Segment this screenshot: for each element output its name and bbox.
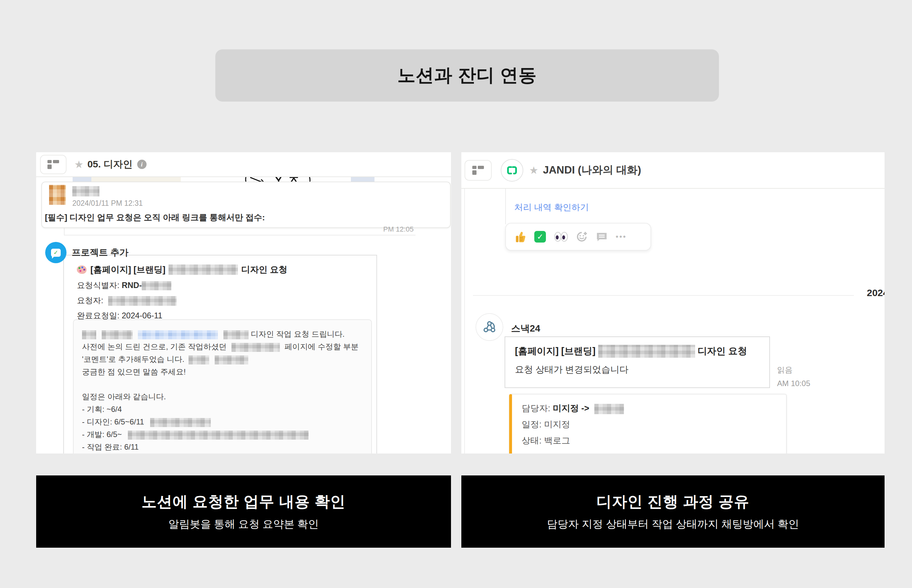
jandi-chat-header: ★ JANDI (나와의 대화) [461,152,884,189]
redacted-project-name [168,265,238,275]
check-reaction[interactable]: ✓ [534,231,546,242]
body-line: - 기획: ~6/4 [82,403,363,415]
sidebar-toggle-button[interactable] [465,160,492,181]
body-line: 일정은 아래와 같습니다. [82,390,363,403]
read-receipt: 읽음 [777,365,792,375]
chat-title: JANDI (나와의 대화) [543,163,641,178]
request-title-row: [홈페이지] [브랜딩] 디자인 요청 [77,264,376,275]
redacted-project-name [598,345,695,358]
jandi-screenshot-panel: ★ JANDI (나와의 대화) 처리 내역 확인하기 ✓ [461,152,884,454]
redacted-username [72,186,99,196]
notion-screenshot-panel: ★ 05. 디자인 i PM 12:05 2024/01/11 PM 12:31… [36,152,451,454]
palette-icon [77,265,87,275]
status-title-row: [홈페이지] [브랜딩] 디자인 요청 [515,345,760,358]
comment-icon[interactable] [596,232,607,242]
sidebar-toggle-button[interactable] [40,155,66,174]
caption-left-title: 노션에 요청한 업무 내용 확인 [141,491,345,512]
layout-icon [47,160,59,169]
assignee-line: 담당자: 미지정 -> [522,400,776,417]
message-text: [필수] 디자인 업무 요청은 오직 아래 링크를 통해서만 접수: [45,212,265,223]
request-id-field: 요청식별자: RND- [77,280,376,291]
avatar [49,185,66,205]
requester-field: 요청자: [77,295,376,306]
status-title-prefix: [홈페이지] [브랜딩] [515,345,596,358]
notion-message-card: 2024/01/11 PM 12:31 [필수] 디자인 업무 요청은 오직 아… [41,182,451,228]
status-subtitle: 요청 상태가 변경되었습니다 [515,363,760,376]
design-request-card: [홈페이지] [브랜딩] 디자인 요청 요청식별자: RND- 요청자: 완료요… [63,255,377,454]
notification-bot-icon: ✓ [45,242,66,263]
add-reaction-icon[interactable] [576,231,588,242]
body-line: - 디자인: 6/5~6/11 [82,415,363,428]
jandi-logo [501,159,523,182]
sender-name: 스낵24 [511,322,540,335]
request-body-box: 디자인 작업 요청 드립니다. 사전에 논의 드린 건으로, 기존 작업하셨던 … [73,319,372,454]
status-line: 상태: 백로그 [522,433,776,449]
body-line: 사전에 논의 드린 건으로, 기존 작업하셨던 페이지에 수정할 부분 '코멘트… [82,340,363,365]
body-line: - 개발: 6/5~ [82,428,363,441]
favorite-star-icon[interactable]: ★ [74,159,84,170]
request-title-prefix: [홈페이지] [브랜딩] [91,264,165,275]
redacted-id [142,281,172,290]
reaction-bar: ✓ [505,223,651,250]
redacted-mention-link [138,330,218,339]
message-timestamp: PM 12:05 [383,225,413,234]
caption-right: 디자인 진행 과정 공유 담당자 지정 상태부터 작업 상태까지 채팅방에서 확… [461,475,884,548]
status-title-suffix: 디자인 요청 [698,345,747,358]
redacted-assignee [595,404,624,414]
caption-right-title: 디자인 진행 과정 공유 [596,491,749,512]
request-title-suffix: 디자인 요청 [241,264,287,275]
notion-channel-header: ★ 05. 디자인 i [36,152,451,177]
status-message-card: [홈페이지] [브랜딩] 디자인 요청 요청 상태가 변경되었습니다 [505,336,770,388]
channel-title: 05. 디자인 [87,158,133,171]
webhook-bot-avatar [476,313,503,341]
page-title-box: 노션과 잔디 연동 [215,49,719,102]
body-line: - 작업 완료: 6/11 [82,441,363,453]
redacted-requester [108,296,177,306]
layout-icon [472,166,484,175]
more-reactions-icon[interactable]: ••• [616,232,627,241]
jandi-chat-body: 처리 내역 확인하기 ✓ [461,189,884,454]
panel-divider [464,189,465,454]
body-line: 디자인 작업 요청 드립니다. [82,328,363,340]
previous-message-border [505,189,506,224]
eyes-reaction[interactable] [554,232,568,242]
bot-block-label: 프로젝트 추가 [72,246,128,258]
thumbs-up-reaction[interactable] [515,231,526,242]
caption-left: 노션에 요청한 업무 내용 확인 알림봇을 통해 요청 요약본 확인 [36,475,451,548]
schedule-line: 일정: 미지정 [522,417,776,433]
info-icon[interactable]: i [137,160,147,169]
favorite-star-icon[interactable]: ★ [529,165,538,176]
infographic-page: 노션과 잔디 연동 ★ 05. 디자인 i PM 12:05 [0,0,912,588]
date-divider-label: 2024 [867,288,884,298]
history-link[interactable]: 처리 내역 확인하기 [514,202,589,213]
page-title: 노션과 잔디 연동 [397,63,537,88]
status-detail-card: 담당자: 미지정 -> 일정: 미지정 상태: 백로그 https://www.… [509,394,787,454]
message-time: AM 10:05 [777,379,810,388]
body-line: 궁금한 점 있으면 말씀 주세요! [82,365,363,378]
message-timestamp: 2024/01/11 PM 12:31 [72,199,143,208]
caption-left-subtitle: 알림봇을 통해 요청 요약본 확인 [168,517,319,531]
date-divider-line [473,295,854,296]
caption-right-subtitle: 담당자 지정 상태부터 작업 상태까지 채팅방에서 확인 [547,517,799,531]
